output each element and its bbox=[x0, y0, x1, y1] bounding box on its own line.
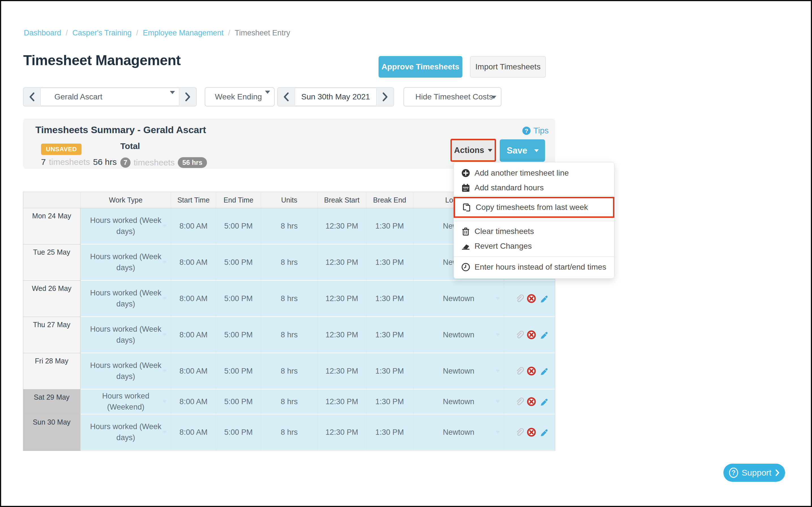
break-end-cell[interactable]: 1:30 PM bbox=[366, 208, 413, 244]
paperclip-icon[interactable] bbox=[515, 428, 524, 437]
menu-item-clear-timesheets[interactable]: Clear timesheets bbox=[454, 224, 614, 239]
import-timesheets-button[interactable]: Import Timesheets bbox=[470, 56, 546, 77]
paperclip-icon[interactable] bbox=[515, 397, 524, 406]
units-cell[interactable]: 8 hrs bbox=[261, 208, 318, 244]
paperclip-icon[interactable] bbox=[515, 294, 524, 303]
week-ending-select[interactable]: Week Ending bbox=[205, 87, 274, 107]
unsaved-status-badge: UNSAVED bbox=[41, 144, 81, 155]
start-time-cell[interactable]: 8:00 AM bbox=[171, 281, 216, 317]
break-end-cell[interactable]: 1:30 PM bbox=[366, 281, 413, 317]
break-start-cell[interactable]: 12:30 PM bbox=[318, 389, 366, 414]
date-select[interactable]: Sun 30th May 2021 bbox=[295, 88, 377, 106]
units-cell[interactable]: 8 hrs bbox=[261, 414, 318, 451]
chevron-down-icon bbox=[495, 400, 500, 403]
end-time-cell[interactable]: 5:00 PM bbox=[216, 208, 261, 244]
header-break-start: Break Start bbox=[318, 192, 366, 208]
delete-icon[interactable] bbox=[527, 367, 536, 376]
work-type-cell[interactable]: Hours worked (Week days) bbox=[81, 244, 171, 281]
end-time-cell[interactable]: 5:00 PM bbox=[216, 389, 261, 414]
breadcrumb-dashboard[interactable]: Dashboard bbox=[24, 29, 61, 37]
break-start-cell[interactable]: 12:30 PM bbox=[318, 281, 366, 317]
start-time-cell[interactable]: 8:00 AM bbox=[171, 208, 216, 244]
edit-icon[interactable] bbox=[539, 397, 548, 406]
previous-week-button[interactable] bbox=[278, 88, 295, 106]
break-start-cell[interactable]: 12:30 PM bbox=[318, 208, 366, 244]
chevron-down-icon[interactable] bbox=[534, 149, 539, 152]
end-time-cell[interactable]: 5:00 PM bbox=[216, 414, 261, 451]
start-time-cell[interactable]: 8:00 AM bbox=[171, 414, 216, 451]
break-start-cell[interactable]: 12:30 PM bbox=[318, 317, 366, 353]
chevron-down-icon bbox=[162, 225, 167, 227]
tips-label: Tips bbox=[534, 126, 549, 135]
menu-item-enter-hours[interactable]: Enter hours instead of start/end times bbox=[454, 260, 614, 275]
location-cell[interactable]: Newtown bbox=[413, 353, 505, 389]
edit-icon[interactable] bbox=[539, 428, 548, 437]
save-button[interactable]: Save bbox=[500, 139, 545, 162]
location-cell[interactable]: Newtown bbox=[413, 317, 505, 353]
menu-item-label: Revert Changes bbox=[475, 242, 532, 251]
total-count-badge: 7 bbox=[120, 158, 130, 168]
units-cell[interactable]: 8 hrs bbox=[261, 353, 318, 389]
employee-select[interactable]: Gerald Ascart bbox=[41, 88, 179, 106]
work-type-cell[interactable]: Hours worked (Week days) bbox=[81, 281, 171, 317]
work-type-cell[interactable]: Hours worked (Week days) bbox=[81, 353, 171, 389]
end-time-cell[interactable]: 5:00 PM bbox=[216, 244, 261, 281]
actions-button[interactable]: Actions bbox=[450, 139, 496, 162]
break-end-cell[interactable]: 1:30 PM bbox=[366, 244, 413, 281]
units-cell[interactable]: 8 hrs bbox=[261, 389, 318, 414]
break-start-cell[interactable]: 12:30 PM bbox=[318, 414, 366, 451]
delete-icon[interactable] bbox=[527, 397, 536, 406]
approve-timesheets-button[interactable]: Approve Timesheets bbox=[379, 56, 462, 77]
edit-icon[interactable] bbox=[539, 331, 548, 339]
menu-item-copy-timesheets[interactable]: Copy timesheets from last week bbox=[455, 200, 613, 215]
tips-link[interactable]: ? Tips bbox=[522, 126, 549, 135]
work-type-cell[interactable]: Hours worked (Weekend) bbox=[81, 389, 171, 414]
delete-icon[interactable] bbox=[527, 428, 536, 437]
breadcrumb-separator: / bbox=[228, 29, 231, 37]
work-type-cell[interactable]: Hours worked (Week days) bbox=[81, 317, 171, 353]
start-time-cell[interactable]: 8:00 AM bbox=[171, 353, 216, 389]
break-end-cell[interactable]: 1:30 PM bbox=[366, 414, 413, 451]
break-end-cell[interactable]: 1:30 PM bbox=[366, 389, 413, 414]
edit-icon[interactable] bbox=[539, 294, 548, 303]
units-cell[interactable]: 8 hrs bbox=[261, 317, 318, 353]
start-time-cell[interactable]: 8:00 AM bbox=[171, 317, 216, 353]
timesheet-costs-select[interactable]: Hide Timesheet Costs bbox=[403, 87, 501, 107]
end-time-cell[interactable]: 5:00 PM bbox=[216, 317, 261, 353]
start-time-cell[interactable]: 8:00 AM bbox=[171, 389, 216, 414]
menu-item-add-timesheet-line[interactable]: Add another timesheet line bbox=[454, 166, 614, 180]
break-start-cell[interactable]: 12:30 PM bbox=[318, 244, 366, 281]
delete-icon[interactable] bbox=[527, 294, 536, 303]
location-cell[interactable]: Newtown bbox=[413, 281, 505, 317]
paperclip-icon[interactable] bbox=[515, 367, 524, 375]
paperclip-icon[interactable] bbox=[515, 331, 524, 339]
units-cell[interactable]: 8 hrs bbox=[261, 244, 318, 281]
work-type-cell[interactable]: Hours worked (Week days) bbox=[81, 414, 171, 451]
delete-icon[interactable] bbox=[527, 330, 536, 339]
end-time-cell[interactable]: 5:00 PM bbox=[216, 353, 261, 389]
breadcrumb-employee-management[interactable]: Employee Management bbox=[143, 29, 224, 37]
header-end-time: End Time bbox=[216, 192, 261, 208]
next-week-button[interactable] bbox=[377, 88, 393, 106]
chevron-down-icon bbox=[162, 297, 167, 300]
end-time-cell[interactable]: 5:00 PM bbox=[216, 281, 261, 317]
question-circle-icon: ? bbox=[729, 468, 738, 478]
support-button[interactable]: ? Support bbox=[724, 464, 785, 482]
menu-item-label: Clear timesheets bbox=[475, 227, 534, 236]
location-cell[interactable]: Newtown bbox=[413, 414, 505, 451]
location-cell[interactable]: Newtown bbox=[413, 389, 505, 414]
previous-employee-button[interactable] bbox=[23, 88, 41, 106]
break-start-cell[interactable]: 12:30 PM bbox=[318, 353, 366, 389]
next-employee-button[interactable] bbox=[179, 88, 196, 106]
menu-item-add-standard-hours[interactable]: Add standard hours bbox=[454, 180, 614, 195]
break-end-cell[interactable]: 1:30 PM bbox=[366, 353, 413, 389]
edit-icon[interactable] bbox=[539, 367, 548, 375]
breadcrumb-company[interactable]: Casper's Training bbox=[72, 29, 132, 37]
start-time-cell[interactable]: 8:00 AM bbox=[171, 244, 216, 281]
units-cell[interactable]: 8 hrs bbox=[261, 281, 318, 317]
menu-item-revert-changes[interactable]: Revert Changes bbox=[454, 239, 614, 253]
header-units: Units bbox=[261, 192, 318, 208]
break-end-cell[interactable]: 1:30 PM bbox=[366, 317, 413, 353]
menu-item-label: Add another timesheet line bbox=[475, 169, 569, 178]
work-type-cell[interactable]: Hours worked (Week days) bbox=[81, 208, 171, 244]
